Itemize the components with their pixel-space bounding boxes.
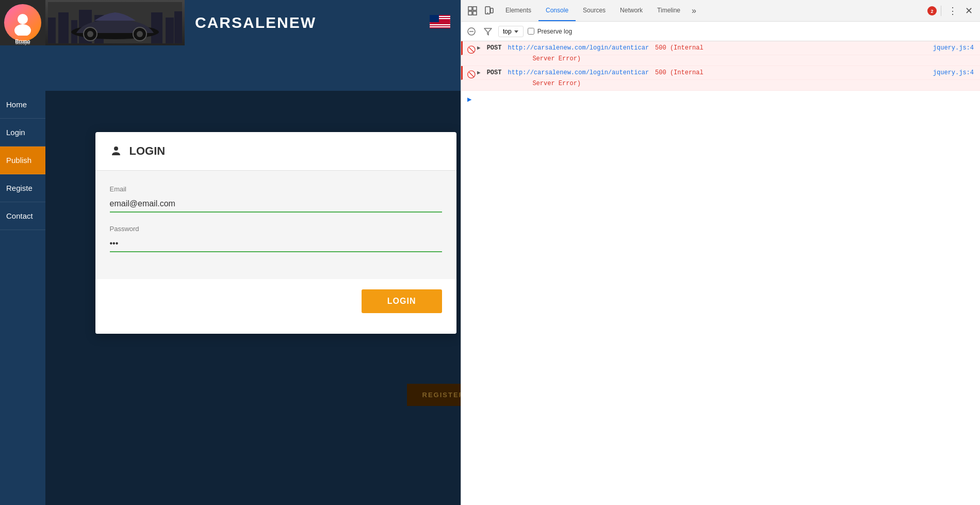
site-main: ▼ REGISTER LOGIN bbox=[45, 91, 461, 505]
password-form-group: Password bbox=[110, 225, 442, 252]
error-message-2: Server Error) bbox=[461, 80, 980, 91]
prompt-arrow-icon: ▶ bbox=[467, 95, 471, 104]
device-icon bbox=[484, 6, 494, 15]
error-status-1: 500 (Internal bbox=[655, 44, 704, 52]
password-input[interactable] bbox=[110, 236, 442, 252]
error-expand-1[interactable]: ▶ bbox=[477, 44, 481, 51]
site-nav: Home Login Publish Registe Contact bbox=[0, 91, 45, 505]
svg-text:2: 2 bbox=[930, 9, 933, 14]
error-source-2[interactable]: jquery.js:4 bbox=[933, 69, 974, 76]
tab-sources[interactable]: Sources bbox=[576, 0, 613, 21]
preserve-log-checkbox[interactable] bbox=[528, 28, 534, 35]
logo-car: CAR bbox=[195, 14, 232, 31]
user-subtitle: sitespo bbox=[0, 40, 45, 45]
email-label: Email bbox=[110, 185, 442, 193]
console-prompt-row: ▶ bbox=[461, 91, 980, 108]
nav-item-login[interactable]: Login bbox=[0, 119, 45, 146]
login-modal: LOGIN Email Password bbox=[95, 132, 456, 334]
email-form-group: Email bbox=[110, 185, 442, 213]
more-tabs-button[interactable]: » bbox=[688, 0, 700, 21]
modal-body: Email Password bbox=[95, 171, 456, 279]
avatar-icon bbox=[10, 10, 36, 36]
svg-rect-28 bbox=[430, 15, 439, 22]
error-icon-1: 🚫 bbox=[467, 45, 476, 54]
svg-point-13 bbox=[87, 31, 93, 37]
header-photo: Bruno sitespo bbox=[0, 0, 45, 45]
password-label: Password bbox=[110, 225, 442, 233]
devtools-panel: Elements Console Sources Network Timelin… bbox=[461, 0, 980, 505]
more-options-button[interactable]: ⋮ bbox=[945, 4, 960, 18]
error-icon-2: 🚫 bbox=[467, 70, 476, 79]
clear-console-button[interactable] bbox=[465, 25, 478, 38]
devtools-tabs: Elements Console Sources Network Timelin… bbox=[498, 0, 923, 21]
svg-point-15 bbox=[137, 31, 143, 37]
preserve-log-label[interactable]: Preserve log bbox=[528, 28, 572, 35]
car-image-area bbox=[45, 0, 185, 45]
error-count-badge: 2 bbox=[927, 6, 937, 15]
inspect-element-button[interactable] bbox=[465, 4, 480, 18]
car-image bbox=[48, 2, 182, 43]
modal-footer: LOGIN bbox=[95, 279, 456, 334]
svg-point-1 bbox=[14, 24, 31, 36]
svg-rect-37 bbox=[491, 8, 493, 13]
login-button[interactable]: LOGIN bbox=[362, 289, 442, 313]
console-error-row-2: 🚫 ▶ POST http://carsalenew.com/login/aut… bbox=[461, 66, 980, 80]
site-header: Bruno sitespo bbox=[0, 0, 461, 45]
svg-point-0 bbox=[18, 14, 28, 24]
error-url-1[interactable]: http://carsalenew.com/login/autenticar bbox=[508, 44, 649, 52]
svg-rect-25 bbox=[430, 23, 450, 24]
error-expand-2[interactable]: ▶ bbox=[477, 69, 481, 76]
console-error-row-1: 🚫 ▶ POST http://carsalenew.com/login/aut… bbox=[461, 41, 980, 55]
svg-rect-34 bbox=[468, 11, 472, 15]
tab-timeline[interactable]: Timeline bbox=[650, 0, 688, 21]
error-status-2: 500 (Internal bbox=[655, 69, 704, 76]
error-method-1: POST bbox=[487, 44, 502, 52]
nav-item-home[interactable]: Home bbox=[0, 91, 45, 119]
modal-header: LOGIN bbox=[95, 132, 456, 171]
nav-item-contact[interactable]: Contact bbox=[0, 202, 45, 230]
error-url-2[interactable]: http://carsalenew.com/login/autenticar bbox=[508, 69, 649, 76]
login-modal-overlay: LOGIN Email Password bbox=[45, 91, 461, 505]
svg-rect-27 bbox=[430, 27, 450, 28]
nav-item-publish[interactable]: Publish bbox=[0, 146, 45, 174]
console-content: 🚫 ▶ POST http://carsalenew.com/login/aut… bbox=[461, 41, 980, 505]
modal-title: LOGIN bbox=[129, 144, 166, 158]
svg-rect-9 bbox=[166, 18, 174, 43]
error-source-1[interactable]: jquery.js:4 bbox=[933, 44, 974, 52]
preserve-log-text: Preserve log bbox=[537, 28, 572, 35]
email-input[interactable] bbox=[110, 196, 442, 213]
chevron-down-icon bbox=[514, 29, 519, 34]
person-icon bbox=[110, 145, 122, 157]
svg-point-38 bbox=[487, 12, 488, 13]
flag-area bbox=[430, 15, 450, 30]
site-logo: CARSALENEW bbox=[185, 14, 326, 31]
close-devtools-button[interactable]: ✕ bbox=[962, 5, 976, 17]
error-message-1: Server Error) bbox=[461, 55, 980, 66]
svg-rect-3 bbox=[48, 18, 56, 43]
svg-marker-43 bbox=[484, 28, 492, 35]
tab-console[interactable]: Console bbox=[538, 0, 576, 21]
website-side: Bruno sitespo bbox=[0, 0, 461, 505]
svg-marker-44 bbox=[514, 30, 518, 33]
logo-new: NEW bbox=[277, 14, 316, 31]
tab-network[interactable]: Network bbox=[613, 0, 650, 21]
svg-point-31 bbox=[114, 146, 118, 151]
devtools-toolbar: Elements Console Sources Network Timelin… bbox=[461, 0, 980, 22]
svg-rect-32 bbox=[468, 7, 472, 10]
clear-icon bbox=[467, 27, 476, 36]
svg-rect-35 bbox=[473, 11, 477, 15]
error-circle-icon: 2 bbox=[928, 7, 936, 14]
svg-rect-33 bbox=[473, 7, 477, 10]
svg-rect-26 bbox=[430, 25, 450, 26]
nav-item-register[interactable]: Registe bbox=[0, 174, 45, 202]
context-dropdown[interactable]: top bbox=[498, 26, 524, 37]
flag-icon bbox=[430, 15, 450, 28]
console-toolbar: top Preserve log bbox=[461, 22, 980, 41]
tab-elements[interactable]: Elements bbox=[498, 0, 538, 21]
device-toolbar-button[interactable] bbox=[482, 4, 496, 18]
svg-rect-8 bbox=[151, 12, 162, 43]
svg-rect-10 bbox=[174, 11, 182, 43]
filter-icon-button[interactable] bbox=[482, 25, 494, 38]
error-method-2: POST bbox=[487, 69, 502, 76]
logo-sale: SALE bbox=[232, 14, 277, 31]
